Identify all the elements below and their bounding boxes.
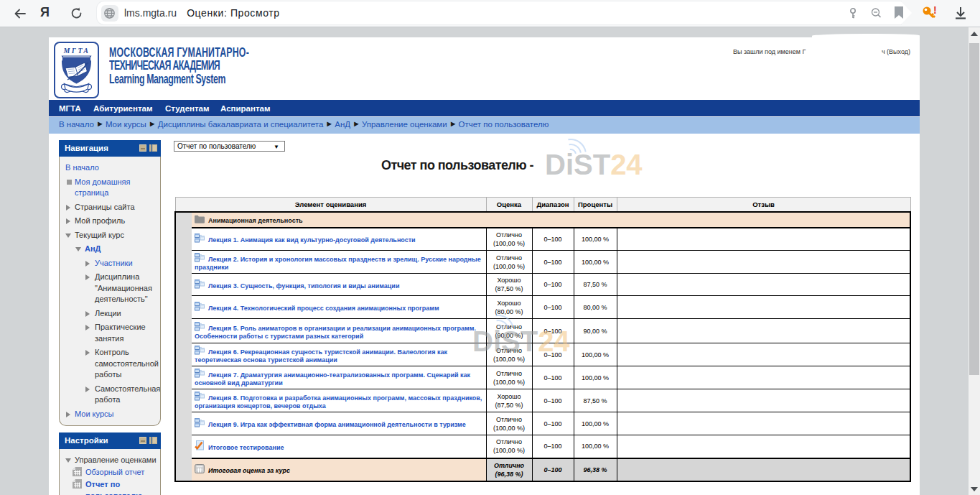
svg-text:!: ! [933, 5, 937, 16]
svg-text:МГТА: МГТА [62, 47, 90, 55]
